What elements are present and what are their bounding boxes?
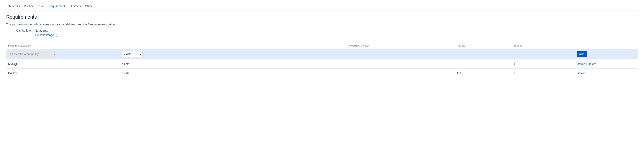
- capability-search[interactable]: [8, 51, 58, 57]
- tab-other[interactable]: Other: [85, 4, 92, 10]
- actions-cell: Details|Delete: [575, 60, 638, 69]
- tab-docker[interactable]: Docker: [24, 4, 33, 10]
- page-description: This job can only be built by agents who…: [6, 23, 638, 26]
- col-header-images: Images: [512, 42, 575, 49]
- agents-cell: 0: [454, 60, 512, 69]
- build-info: Can build on No agents 1 elastic image: [6, 29, 638, 37]
- delete-link[interactable]: Delete: [588, 62, 596, 66]
- actions-cell: Details: [575, 69, 638, 78]
- can-build-on-agents: No agents: [35, 29, 638, 32]
- required-by-task-cell: [347, 60, 454, 69]
- tab-artifacts[interactable]: Artifacts: [70, 4, 81, 10]
- condition-cell: exists: [120, 60, 348, 69]
- details-link[interactable]: Details: [577, 62, 586, 66]
- add-button[interactable]: Add: [577, 51, 587, 57]
- info-icon[interactable]: [56, 34, 58, 37]
- required-by-task-cell: [347, 69, 454, 78]
- images-cell: 7: [512, 69, 575, 78]
- page-title: Requirements: [6, 14, 638, 20]
- elastic-image-link[interactable]: 1 elastic image: [35, 34, 54, 37]
- requirements-table: Required capability Required by task Age…: [6, 42, 638, 78]
- col-header-required-by-task: Required by task: [347, 42, 454, 49]
- images-cell: 1: [512, 60, 575, 69]
- chevron-down-icon: [54, 54, 55, 55]
- table-row: Docker exists 111 7 Details: [6, 69, 638, 78]
- col-header-capability: Required capability: [6, 42, 347, 49]
- tab-requirements[interactable]: Requirements: [48, 4, 66, 10]
- condition-select[interactable]: exists: [122, 51, 142, 57]
- tab-tasks[interactable]: Tasks: [37, 4, 44, 10]
- details-link[interactable]: Details: [577, 72, 586, 75]
- col-header-agents: Agents: [454, 42, 512, 49]
- action-separator: |: [586, 62, 588, 66]
- agents-cell: 111: [454, 69, 512, 78]
- tabs-bar: Job details Docker Tasks Requirements Ar…: [6, 0, 638, 10]
- capability-search-input[interactable]: [10, 52, 54, 56]
- filter-row: exists Add: [6, 49, 638, 60]
- table-row: MySQL exists 0 1 Details|Delete: [6, 60, 638, 69]
- condition-cell: exists: [120, 69, 348, 78]
- capability-cell: Docker: [6, 69, 120, 78]
- col-header-actions: [575, 42, 638, 49]
- capability-cell: MySQL: [6, 60, 120, 69]
- tab-job-details[interactable]: Job details: [6, 4, 20, 10]
- can-build-on-label: Can build on: [6, 29, 35, 32]
